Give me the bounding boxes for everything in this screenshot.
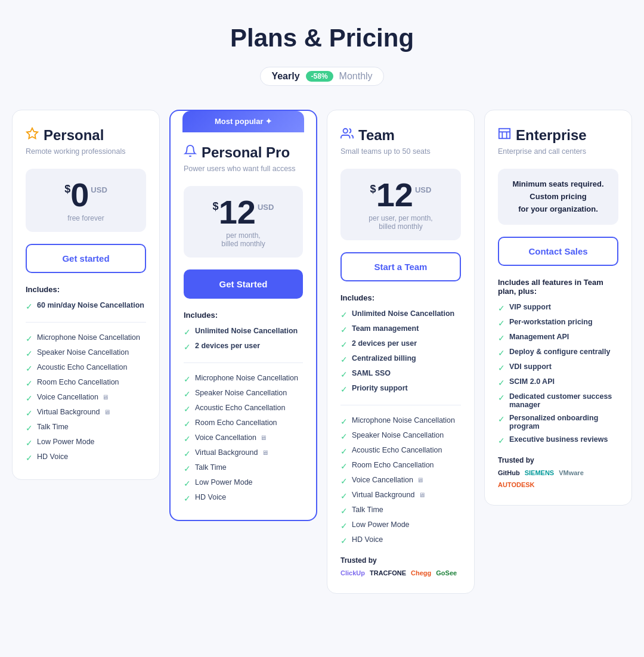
check-icon: ✓ — [184, 464, 191, 473]
feature-item: ✓ Microphone Noise Cancellation — [26, 333, 146, 343]
check-icon: ✓ — [184, 404, 191, 414]
features-list: ✓ Unlimited Noise Cancellation ✓ 2 devic… — [184, 327, 303, 503]
check-icon: ✓ — [498, 436, 505, 445]
feature-item: ✓ SAML SSO — [340, 369, 461, 379]
trusted-label: Trusted by — [498, 456, 618, 464]
features-list: ✓ VIP support ✓ Per-workstation pricing … — [498, 303, 618, 445]
feature-item: ✓ Acoustic Echo Cancellation — [26, 363, 146, 373]
feature-item: ✓ Voice Cancellation 🖥 — [26, 393, 146, 403]
feature-item: ✓ HD Voice — [340, 535, 461, 546]
feature-item: ✓ Virtual Background 🖥 — [184, 448, 303, 458]
check-icon: ✓ — [184, 449, 191, 458]
price-amount: $ 12 USD — [349, 178, 453, 212]
check-icon: ✓ — [340, 536, 348, 546]
feature-text: Voice Cancellation 🖥 — [195, 433, 267, 442]
page-title: Plans & Pricing — [12, 24, 632, 52]
plan-card-team: Team Small teams up to 50 seats $ 12 USD… — [327, 110, 475, 594]
cta-button-personal[interactable]: Get started — [26, 244, 146, 273]
price-period: per user, per month,billed monthly — [349, 214, 453, 231]
feature-text: Unlimited Noise Cancellation — [352, 309, 454, 318]
feature-text: Room Echo Cancellation — [37, 378, 119, 386]
yearly-option[interactable]: Yearly — [271, 71, 299, 82]
feature-text: VDI support — [509, 362, 552, 371]
check-icon: ✓ — [340, 491, 348, 501]
check-icon: ✓ — [340, 417, 348, 426]
feature-item: ✓ Virtual Background 🖥 — [26, 408, 146, 418]
trusted-logo-autodesk: AUTODESK — [498, 481, 535, 488]
feature-item: ✓ Talk Time — [340, 506, 461, 516]
feature-item: ✓ Speaker Noise Cancellation — [184, 389, 303, 399]
feature-item: ✓ Dedicated customer success manager — [498, 392, 618, 409]
feature-text: HD Voice — [352, 535, 383, 544]
feature-text: Talk Time — [37, 423, 69, 431]
feature-text: Executive business reviews — [509, 435, 608, 444]
trusted-logo-siemens: SIEMENS — [525, 469, 555, 476]
check-icon: ✓ — [184, 327, 191, 337]
feature-item: ✓ Room Echo Cancellation — [184, 419, 303, 429]
plan-subtitle: Remote working professionals — [26, 147, 146, 158]
feature-text: Low Power Mode — [352, 520, 410, 529]
feature-text: Talk Time — [195, 463, 227, 472]
feature-item: ✓ Personalized onboarding program — [498, 414, 618, 430]
price-box: $ 0 USD free forever — [26, 169, 146, 232]
feature-item: ✓ Low Power Mode — [184, 478, 303, 488]
feature-text: SCIM 2.0 API — [509, 377, 555, 386]
trusted-logos: GitHubSIEMENSVMwareAUTODESK — [498, 469, 618, 488]
trusted-section: Trusted by ClickUpTRACFONECheggGoSee — [340, 556, 461, 577]
feature-badge-icon: 🖥 — [104, 408, 110, 416]
check-icon: ✓ — [184, 374, 191, 384]
price-amount: $ 12 USD — [192, 196, 295, 229]
feature-text: Per-workstation pricing — [509, 318, 593, 326]
trusted-logo-tracfone: TRACFONE — [370, 569, 406, 577]
feature-item: ✓ HD Voice — [184, 493, 303, 503]
plan-subtitle: Small teams up to 50 seats — [340, 147, 461, 158]
feature-text: Virtual Background 🖥 — [195, 448, 268, 457]
feature-item: ✓ HD Voice — [26, 453, 146, 463]
check-icon: ✓ — [340, 432, 348, 441]
check-icon: ✓ — [184, 479, 191, 488]
check-icon: ✓ — [340, 447, 348, 456]
cta-button-personal-pro[interactable]: Get Started — [184, 269, 303, 299]
feature-text: Deploy & configure centrally — [509, 348, 610, 356]
check-icon: ✓ — [184, 434, 191, 444]
price-box: $ 12 USD per user, per month,billed mont… — [340, 169, 461, 240]
price-period: free forever — [34, 214, 138, 222]
feature-text: Speaker Noise Cancellation — [195, 389, 287, 397]
cta-button-team[interactable]: Start a Team — [340, 252, 461, 281]
trusted-logo-chegg: Chegg — [411, 569, 431, 577]
feature-badge-icon: 🖥 — [260, 434, 267, 441]
feature-text: Room Echo Cancellation — [352, 461, 434, 469]
check-icon: ✓ — [340, 340, 348, 349]
check-icon: ✓ — [26, 364, 33, 373]
feature-item: ✓ Centralized billing — [340, 354, 461, 364]
feature-text: Centralized billing — [352, 354, 416, 362]
check-icon: ✓ — [26, 334, 33, 343]
plan-name: Personal Pro — [202, 144, 290, 161]
check-icon: ✓ — [184, 494, 191, 503]
feature-text: 2 devices per user — [352, 339, 417, 348]
plan-card-personal-pro: Most popular ✦ Personal Pro Power users … — [169, 110, 317, 521]
feature-item: ✓ 2 devices per user — [340, 339, 461, 349]
plans-grid: Personal Remote working professionals $ … — [12, 110, 632, 594]
cta-button-enterprise[interactable]: Contact Sales — [498, 237, 618, 266]
feature-item: ✓ Team management — [340, 324, 461, 334]
feature-text: Low Power Mode — [37, 438, 95, 446]
check-icon: ✓ — [26, 423, 33, 433]
check-icon: ✓ — [26, 408, 33, 418]
feature-badge-icon: 🖥 — [262, 449, 268, 456]
monthly-option[interactable]: Monthly — [339, 71, 373, 82]
trusted-logos: ClickUpTRACFONECheggGoSee — [340, 569, 461, 577]
check-icon: ✓ — [184, 389, 191, 399]
price-dollar: $ — [370, 183, 376, 196]
price-number: 12 — [376, 178, 413, 212]
feature-item: ✓ Acoustic Echo Cancellation — [340, 446, 461, 456]
includes-label: Includes: — [184, 311, 303, 320]
feature-item: ✓ Acoustic Echo Cancellation — [184, 404, 303, 414]
feature-item: ✓ SCIM 2.0 API — [498, 377, 618, 388]
trusted-section: Trusted by GitHubSIEMENSVMwareAUTODESK — [498, 456, 618, 488]
feature-item: ✓ Unlimited Noise Cancellation — [184, 327, 303, 337]
plan-icon — [184, 144, 197, 161]
feature-text: Team management — [352, 324, 419, 333]
feature-text: Priority support — [352, 384, 408, 392]
feature-item: ✓ Speaker Noise Cancellation — [26, 348, 146, 358]
